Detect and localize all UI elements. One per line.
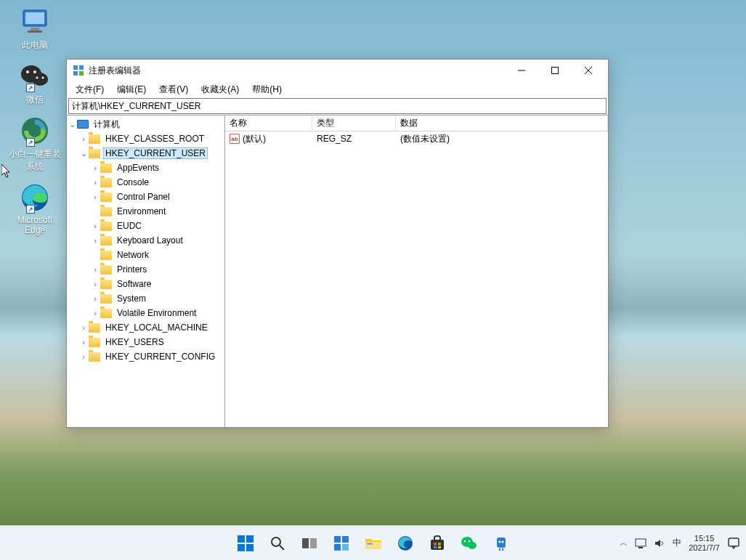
minimize-button[interactable] — [505, 60, 538, 81]
volume-icon[interactable] — [654, 537, 665, 549]
tree-panel[interactable]: ⌄计算机›HKEY_CLASSES_ROOT⌄HKEY_CURRENT_USER… — [67, 115, 225, 427]
taskbar[interactable]: ︿ 中 15:15 2021/7/7 — [0, 525, 746, 560]
start-button[interactable] — [230, 529, 261, 558]
folder-icon — [100, 163, 112, 173]
tree-node[interactable]: ›HKEY_USERS — [67, 335, 224, 349]
tree-label: Network — [115, 249, 151, 261]
svg-point-44 — [468, 540, 469, 541]
desktop-icon-label: 小白一键重装系统 — [6, 148, 64, 173]
task-view-button[interactable] — [294, 529, 325, 558]
tree-node[interactable]: ›HKEY_LOCAL_MACHINE — [67, 320, 224, 335]
svg-rect-22 — [246, 535, 254, 543]
expand-icon[interactable]: › — [78, 134, 89, 143]
tree-node[interactable]: ⌄计算机 — [67, 117, 224, 131]
column-name[interactable]: 名称 — [225, 115, 312, 131]
svg-point-8 — [36, 77, 38, 79]
maximize-button[interactable] — [538, 60, 572, 81]
edge-button[interactable] — [390, 529, 421, 558]
menu-edit[interactable]: 编辑(E) — [111, 82, 152, 97]
store-icon — [429, 535, 445, 551]
desktop-icon-label: 微信 — [6, 94, 64, 106]
xiaobai-taskbar-button[interactable] — [486, 529, 516, 558]
menu-view[interactable]: 查看(V) — [153, 82, 194, 97]
tree-node[interactable]: ›EUDC — [67, 219, 224, 233]
wechat-icon — [19, 62, 51, 91]
svg-rect-34 — [367, 543, 373, 545]
folder-icon — [89, 134, 100, 144]
folder-icon — [100, 222, 112, 231]
tree-node[interactable]: ›HKEY_CLASSES_ROOT — [67, 131, 224, 146]
wechat-taskbar-button[interactable] — [454, 529, 485, 558]
tree-node[interactable]: ›Printers — [67, 262, 224, 277]
folder-icon — [100, 236, 112, 245]
expand-icon[interactable]: › — [90, 163, 100, 172]
desktop: 此电脑 ↗ 微信 ↗ 小白一键重装系统 ↗ Microsoft Edge 注册表… — [0, 0, 746, 560]
search-button[interactable] — [262, 529, 293, 558]
folder-icon — [100, 309, 112, 318]
list-row[interactable]: ab(默认)REG_SZ(数值未设置) — [225, 131, 608, 146]
list-panel[interactable]: 名称 类型 数据 ab(默认)REG_SZ(数值未设置) — [225, 115, 608, 427]
expand-icon[interactable]: › — [90, 280, 100, 288]
tree-node[interactable]: Environment — [67, 204, 224, 219]
tree-node[interactable]: Network — [67, 248, 224, 262]
clock[interactable]: 15:15 2021/7/7 — [689, 534, 720, 553]
collapse-icon[interactable]: ⌄ — [67, 120, 77, 129]
svg-rect-51 — [638, 547, 643, 548]
tree-node[interactable]: ›Keyboard Layout — [67, 233, 224, 248]
explorer-button[interactable] — [358, 529, 389, 558]
desktop-icon-edge[interactable]: ↗ Microsoft Edge — [6, 182, 64, 235]
folder-icon — [89, 323, 100, 333]
tree-label: Environment — [115, 206, 168, 217]
expand-icon[interactable]: › — [90, 236, 100, 245]
desktop-icon-label: Microsoft Edge — [6, 215, 64, 235]
tree-node[interactable]: ›Software — [67, 277, 224, 291]
expand-icon[interactable]: › — [90, 192, 100, 201]
tree-node[interactable]: ›Console — [67, 175, 224, 190]
menu-file[interactable]: 文件(F) — [70, 82, 110, 97]
expand-icon[interactable]: › — [90, 178, 100, 187]
menu-favorites[interactable]: 收藏夹(A) — [195, 82, 245, 97]
column-data[interactable]: 数据 — [396, 115, 608, 131]
close-button[interactable] — [572, 60, 605, 81]
folder-icon — [100, 207, 112, 216]
expand-icon[interactable]: › — [90, 309, 100, 317]
value-data: (数值未设置) — [396, 132, 608, 146]
tree-node[interactable]: ›System — [67, 291, 224, 306]
tree-node[interactable]: ⌄HKEY_CURRENT_USER — [67, 146, 224, 161]
network-icon[interactable] — [635, 537, 646, 549]
window-body: ⌄计算机›HKEY_CLASSES_ROOT⌄HKEY_CURRENT_USER… — [67, 115, 608, 427]
ime-indicator[interactable]: 中 — [673, 537, 681, 549]
expand-icon[interactable]: › — [90, 265, 100, 274]
expand-icon[interactable]: › — [90, 294, 100, 303]
pc-icon — [20, 9, 49, 35]
store-button[interactable] — [422, 529, 453, 558]
svg-point-43 — [463, 540, 465, 541]
column-type[interactable]: 类型 — [312, 115, 396, 131]
svg-rect-45 — [497, 537, 506, 548]
expand-icon[interactable]: › — [78, 338, 89, 346]
tree-node[interactable]: ›Control Panel — [67, 190, 224, 204]
expand-icon[interactable]: › — [90, 222, 100, 230]
edge-icon — [397, 535, 414, 552]
collapse-icon[interactable]: ⌄ — [78, 149, 89, 158]
widgets-button[interactable] — [326, 529, 357, 558]
expand-icon[interactable]: › — [78, 323, 89, 332]
menu-help[interactable]: 帮助(H) — [246, 82, 288, 97]
desktop-icon-xiaobai[interactable]: ↗ 小白一键重装系统 — [6, 115, 64, 173]
titlebar[interactable]: 注册表编辑器 — [67, 60, 608, 81]
desktop-icon-wechat[interactable]: ↗ 微信 — [6, 60, 64, 106]
address-bar[interactable]: 计算机\HKEY_CURRENT_USER — [68, 98, 607, 114]
notifications-icon[interactable] — [727, 537, 740, 550]
tree-node[interactable]: ›AppEvents — [67, 161, 224, 175]
tree-node[interactable]: ›HKEY_CURRENT_CONFIG — [67, 349, 224, 364]
pc-icon — [77, 120, 89, 129]
svg-rect-49 — [502, 548, 503, 551]
expand-icon[interactable]: › — [78, 352, 89, 361]
tray-chevron-icon[interactable]: ︿ — [620, 537, 628, 548]
widgets-icon — [333, 535, 349, 551]
tree-node[interactable]: ›Volatile Environment — [67, 306, 224, 320]
tree-label: HKEY_CURRENT_USER — [103, 147, 208, 159]
svg-point-7 — [33, 70, 36, 73]
folder-icon — [100, 178, 112, 187]
desktop-icon-this-pc[interactable]: 此电脑 — [6, 6, 64, 52]
